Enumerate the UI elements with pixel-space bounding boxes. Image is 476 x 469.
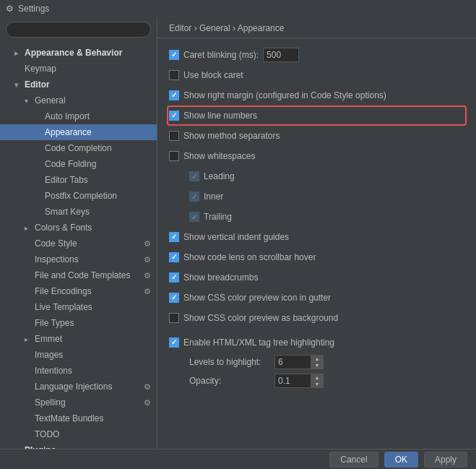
- enable-html-xml-checkbox[interactable]: [169, 337, 179, 348]
- right-panel: Editor › General › Appearance Caret blin…: [157, 17, 476, 449]
- use-block-caret-checkbox[interactable]: [169, 70, 179, 80]
- show-breadcrumbs-row: Show breadcrumbs: [169, 270, 464, 285]
- leading-row: Leading: [169, 168, 464, 184]
- opacity-spinner-buttons: ▲ ▼: [311, 374, 324, 388]
- opacity-decrement-button[interactable]: ▼: [311, 381, 323, 387]
- use-block-caret-row: Use block caret: [169, 67, 464, 83]
- search-container: [0, 17, 157, 42]
- title-bar: ⚙ Settings: [0, 0, 476, 17]
- arrow-icon: ▾: [14, 81, 25, 89]
- leading-checkbox[interactable]: [189, 171, 199, 181]
- show-code-lens-row: Show code lens on scrollbar hover: [169, 249, 464, 265]
- gear-icon: ⚙: [144, 239, 151, 249]
- leading-label: Leading: [204, 171, 235, 181]
- sidebar-item-editor-tabs[interactable]: Editor Tabs: [0, 172, 157, 188]
- sidebar-item-keymap[interactable]: Keymap: [0, 61, 157, 77]
- breadcrumb: Editor › General › Appearance: [157, 17, 476, 38]
- sidebar-item-code-style[interactable]: Code Style ⚙: [0, 236, 157, 251]
- levels-label: Levels to highlight:: [189, 357, 269, 367]
- sidebar-item-file-code-templates[interactable]: File and Code Templates ⚙: [0, 267, 157, 283]
- sidebar-item-appearance[interactable]: Appearance: [0, 124, 157, 140]
- show-css-color-background-label: Show CSS color preview as background: [183, 313, 338, 323]
- cancel-button[interactable]: Cancel: [329, 452, 378, 468]
- show-breadcrumbs-checkbox[interactable]: [169, 272, 179, 283]
- levels-decrement-button[interactable]: ▼: [311, 362, 323, 369]
- show-code-lens-label: Show code lens on scrollbar hover: [183, 252, 316, 262]
- gear-icon: ⚙: [144, 382, 151, 392]
- sidebar-item-appearance-behavior[interactable]: ▸ Appearance & Behavior: [0, 45, 157, 61]
- show-css-color-preview-checkbox[interactable]: [169, 293, 179, 303]
- sidebar-item-auto-import[interactable]: Auto Import: [0, 108, 157, 124]
- sidebar-tree: ▸ Appearance & Behavior Keymap ▾ Editor …: [0, 42, 157, 449]
- sidebar-item-colors-fonts[interactable]: ▸ Colors & Fonts: [0, 220, 157, 236]
- sidebar-item-spelling[interactable]: Spelling ⚙: [0, 395, 157, 410]
- opacity-spinner: ▲ ▼: [274, 374, 324, 388]
- sidebar-item-inspections[interactable]: Inspections ⚙: [0, 251, 157, 267]
- show-whitespaces-row: Show whitespaces: [169, 148, 464, 164]
- show-breadcrumbs-label: Show breadcrumbs: [183, 272, 258, 283]
- sidebar-item-smart-keys[interactable]: Smart Keys: [0, 204, 157, 220]
- show-line-numbers-checkbox[interactable]: [169, 111, 179, 121]
- ok-button[interactable]: OK: [384, 452, 418, 468]
- gear-icon: ⚙: [144, 287, 151, 296]
- opacity-label: Opacity:: [189, 376, 269, 386]
- gear-icon: ⚙: [144, 271, 151, 280]
- show-right-margin-label: Show right margin (configured in Code St…: [183, 90, 386, 100]
- arrow-icon: ▾: [25, 97, 35, 105]
- opacity-increment-button[interactable]: ▲: [311, 374, 323, 381]
- sidebar-item-images[interactable]: Images: [0, 347, 157, 363]
- arrow-icon: ▸: [25, 224, 35, 232]
- sidebar-item-code-completion[interactable]: Code Completion: [0, 140, 157, 156]
- levels-input[interactable]: [274, 355, 311, 369]
- show-method-separators-checkbox[interactable]: [169, 131, 179, 141]
- sidebar-item-postfix-completion[interactable]: Postfix Completion: [0, 188, 157, 204]
- show-code-lens-checkbox[interactable]: [169, 252, 179, 262]
- sidebar-item-general[interactable]: ▾ General: [0, 92, 157, 108]
- opacity-input[interactable]: [274, 374, 311, 388]
- trailing-label: Trailing: [204, 212, 232, 222]
- levels-increment-button[interactable]: ▲: [311, 356, 323, 362]
- enable-html-xml-label: Enable HTML/XML tag tree highlighting: [183, 337, 334, 348]
- search-input[interactable]: [6, 22, 151, 38]
- gear-icon: ⚙: [144, 255, 151, 264]
- show-indent-guides-label: Show vertical indent guides: [183, 232, 289, 242]
- sidebar-item-editor[interactable]: ▾ Editor: [0, 77, 157, 92]
- bottom-bar: Cancel OK Apply: [0, 449, 476, 469]
- show-method-separators-label: Show method separators: [183, 131, 280, 141]
- trailing-checkbox[interactable]: [189, 212, 199, 222]
- show-line-numbers-label: Show line numbers: [183, 111, 257, 121]
- use-block-caret-label: Use block caret: [183, 70, 243, 80]
- sidebar-item-emmet[interactable]: ▸ Emmet: [0, 331, 157, 347]
- show-css-color-background-checkbox[interactable]: [169, 313, 179, 323]
- apply-button[interactable]: Apply: [424, 452, 467, 468]
- caret-blinking-checkbox[interactable]: [169, 50, 179, 60]
- sidebar-item-live-templates[interactable]: Live Templates: [0, 299, 157, 315]
- caret-blinking-row: Caret blinking (ms):: [169, 47, 464, 63]
- sidebar-item-todo[interactable]: TODO: [0, 426, 157, 442]
- sidebar-item-file-encodings[interactable]: File Encodings ⚙: [0, 283, 157, 299]
- title-text: Settings: [18, 4, 49, 14]
- sidebar-item-plugins[interactable]: Plugins: [0, 442, 157, 449]
- opacity-row: Opacity: ▲ ▼: [169, 374, 464, 388]
- sidebar-item-textmate-bundles[interactable]: TextMate Bundles: [0, 410, 157, 426]
- inner-label: Inner: [204, 192, 223, 202]
- sidebar-item-intentions[interactable]: Intentions: [0, 363, 157, 379]
- show-method-separators-row: Show method separators: [169, 128, 464, 144]
- trailing-row: Trailing: [169, 209, 464, 225]
- levels-row: Levels to highlight: ▲ ▼: [169, 355, 464, 369]
- sidebar-item-code-folding[interactable]: Code Folding: [0, 156, 157, 172]
- arrow-icon: ▸: [25, 335, 35, 343]
- show-right-margin-row: Show right margin (configured in Code St…: [169, 87, 464, 103]
- caret-blinking-label: Caret blinking (ms):: [183, 50, 259, 60]
- show-css-color-preview-label: Show CSS color preview icon in gutter: [183, 293, 331, 303]
- inner-row: Inner: [169, 189, 464, 205]
- show-indent-guides-row: Show vertical indent guides: [169, 229, 464, 245]
- sidebar-item-language-injections[interactable]: Language Injections ⚙: [0, 379, 157, 395]
- enable-html-xml-row: Enable HTML/XML tag tree highlighting: [169, 335, 464, 350]
- show-right-margin-checkbox[interactable]: [169, 90, 179, 100]
- show-whitespaces-checkbox[interactable]: [169, 151, 179, 161]
- sidebar-item-file-types[interactable]: File Types: [0, 315, 157, 331]
- inner-checkbox[interactable]: [189, 192, 199, 202]
- caret-blinking-input[interactable]: [263, 48, 299, 62]
- show-indent-guides-checkbox[interactable]: [169, 232, 179, 242]
